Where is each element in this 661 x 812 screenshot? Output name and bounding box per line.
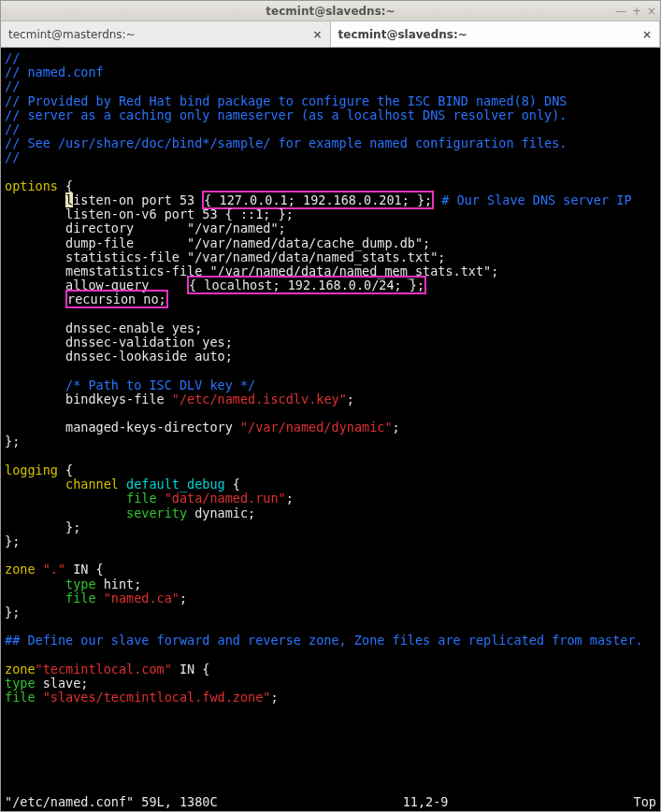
zone-root-file: "named.ca" [104,591,180,605]
highlight-recursion: recursion no; [65,290,168,308]
opt-managedkeys-label: managed-keys-directory [65,420,240,434]
window-titlebar: tecmint@slavedns:~ — + × [1,1,660,21]
file-value: "data/named.run" [165,491,286,506]
opt-dnssec-lookaside: dnssec-lookaside auto; [65,349,233,363]
vim-statusbar: "/etc/named.conf" 59L, 1380C11,2-9Top [5,795,656,809]
status-file: "/etc/named.conf" 59L, 1380C [5,795,218,809]
tab-slavedns[interactable]: tecmint@slavedns:~ × [331,21,661,47]
keyword-file: file [5,690,43,705]
keyword-file: file [65,591,104,605]
opt-directory: directory "/var/named"; [65,221,286,235]
comment-line: // named.conf [5,64,104,79]
highlight-allow-query: { localhost; 192.168.0.0/24; }; [187,276,426,294]
comment-line: // Provided by Red Hat bind package to c… [5,93,567,108]
tab-masterdns[interactable]: tecmint@masterdns:~ × [1,21,331,47]
window-controls: — + × [615,1,656,21]
keyword-type: type [5,676,36,691]
keyword-options: options [5,178,58,193]
tab-close-icon[interactable]: × [312,28,322,41]
keyword-logging: logging [5,463,58,477]
status-pos: 11,2-9 [403,795,449,809]
comment: # Our Slave DNS server IP [434,192,631,207]
minimize-icon[interactable]: — [615,5,626,18]
opt-listen-on: isten-on port 53 [73,192,202,207]
keyword-file: file [126,491,165,506]
window-title: tecmint@slavedns:~ [266,5,395,18]
opt-dnssec-enable: dnssec-enable yes; [65,321,202,335]
comment-line: // [5,121,20,136]
tab-label: tecmint@masterdns:~ [8,28,136,41]
comment-slave: ## Define our slave forward and reverse … [5,633,643,648]
channel-name: default_debug [119,477,233,491]
comment-line: // server as a caching only nameserver (… [5,107,567,122]
opt-bindkeys-label: bindkeys-file [65,392,172,406]
close-icon[interactable]: × [647,5,656,18]
comment-line: // [5,78,20,93]
opt-dump-file: dump-file "/var/named/data/cache_dump.db… [65,235,430,250]
keyword-zone: zone [5,662,36,677]
comment-line: // [5,150,20,164]
zone-root-name: "." [43,562,65,577]
terminal[interactable]: // // named.conf // // Provided by Red H… [1,48,660,811]
opt-bindkeys-val: "/etc/named.iscdlv.key" [172,392,347,406]
keyword-type: type [65,577,96,591]
opt-listen-v6: listen-on-v6 port 53 { ::1; }; [65,207,294,221]
status-scroll: Top [634,795,656,809]
tab-bar: tecmint@masterdns:~ × tecmint@slavedns:~… [1,21,660,48]
zone-slave-file: "slaves/tecmintlocal.fwd.zone" [43,690,271,705]
opt-stats-file: statistics-file "/var/named/data/named_s… [65,249,445,264]
maximize-icon[interactable]: + [632,5,641,18]
comment-line: // See /usr/share/doc/bind*/sample/ for … [5,135,567,150]
opt-dnssec-validation: dnssec-validation yes; [65,335,233,349]
zone-slave-name: "tecmintlocal.com" [36,662,172,677]
tab-label: tecmint@slavedns:~ [338,28,467,41]
severity-value: dynamic; [187,506,255,520]
opt-managedkeys-val: "/var/named/dynamic" [240,420,393,434]
keyword-zone: zone [5,562,43,577]
keyword-severity: severity [126,506,187,520]
keyword-channel: channel [65,477,119,491]
comment-line: // [5,50,20,65]
tab-close-icon[interactable]: × [642,28,652,41]
cursor: l [65,192,73,207]
comment-path: /* Path to ISC DLV key */ [65,378,255,392]
